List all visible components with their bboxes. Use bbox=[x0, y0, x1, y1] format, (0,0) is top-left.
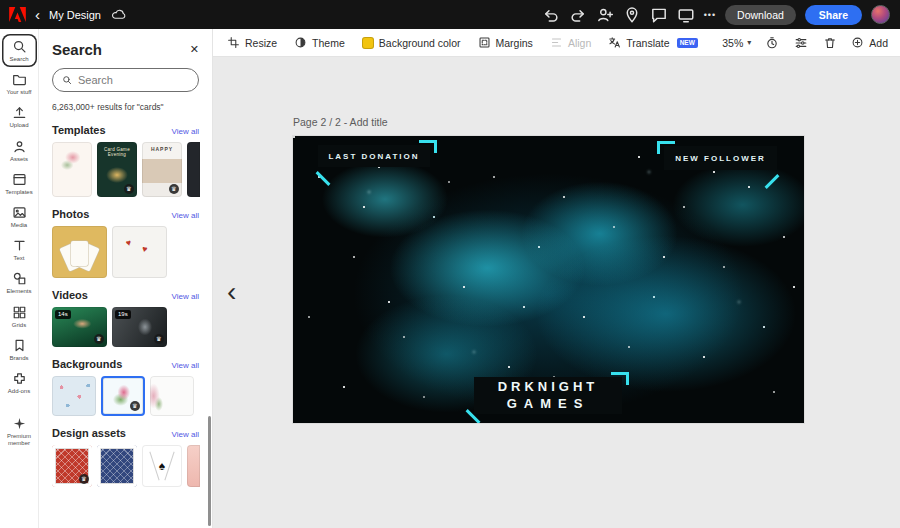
video-thumb[interactable]: 14s ♛ bbox=[52, 307, 107, 347]
premium-crown-icon: ♛ bbox=[124, 184, 134, 194]
add-page-button[interactable]: Add bbox=[851, 36, 888, 49]
align-button[interactable]: Align bbox=[550, 36, 591, 49]
spade-icon: ♠ bbox=[159, 459, 165, 473]
margins-button[interactable]: Margins bbox=[478, 36, 533, 49]
background-color-button[interactable]: Background color bbox=[362, 37, 461, 49]
search-input[interactable] bbox=[78, 74, 189, 86]
rail-label: Media bbox=[11, 222, 27, 229]
section-header-templates: Templates View all bbox=[52, 124, 199, 136]
undo-icon[interactable] bbox=[542, 6, 560, 24]
rail-item-elements[interactable]: Elements bbox=[2, 266, 37, 299]
premium-crown-icon: ♛ bbox=[94, 334, 104, 344]
videos-row: 14s ♛ 19s ♛ bbox=[52, 307, 199, 347]
invite-people-icon[interactable] bbox=[596, 6, 614, 24]
upload-icon bbox=[12, 105, 27, 120]
design-asset-thumb[interactable] bbox=[187, 445, 200, 487]
rail-item-search[interactable]: Search bbox=[2, 34, 37, 67]
translate-button[interactable]: Translate NEW bbox=[608, 36, 698, 49]
rail-item-add-ons[interactable]: Add-ons bbox=[2, 366, 37, 399]
template-thumb[interactable] bbox=[187, 142, 200, 197]
adobe-logo bbox=[9, 7, 26, 22]
video-duration-badge: 14s bbox=[55, 310, 71, 319]
previous-page-chevron-icon[interactable]: ‹ bbox=[227, 278, 236, 306]
section-title: Templates bbox=[52, 124, 106, 136]
view-all-link[interactable]: View all bbox=[172, 430, 199, 439]
rail-label: Elements bbox=[6, 288, 31, 295]
theme-label: Theme bbox=[312, 37, 345, 49]
resize-label: Resize bbox=[245, 37, 277, 49]
design-asset-thumb[interactable]: ♠ bbox=[142, 445, 182, 487]
translate-label: Translate bbox=[626, 37, 669, 49]
accent-slash-shape bbox=[765, 174, 780, 189]
rail-item-premium[interactable]: Premium member bbox=[2, 411, 37, 451]
rail-item-upload[interactable]: Upload bbox=[2, 100, 37, 133]
thumb-caption: HAPPY bbox=[142, 146, 182, 152]
topbar: ‹ My Design ••• Download Share bbox=[0, 0, 900, 29]
present-screen-icon[interactable] bbox=[677, 6, 695, 24]
rail-item-your-stuff[interactable]: Your stuff bbox=[2, 67, 37, 100]
theme-button[interactable]: Theme bbox=[294, 36, 345, 49]
heart-icon: ♥ bbox=[141, 244, 148, 255]
template-thumb[interactable]: HAPPY ♛ bbox=[142, 142, 182, 197]
timer-icon[interactable] bbox=[764, 35, 780, 51]
view-all-link[interactable]: View all bbox=[172, 361, 199, 370]
location-pin-icon[interactable] bbox=[623, 6, 641, 24]
corner-bracket-shape bbox=[657, 141, 675, 154]
close-icon[interactable]: ✕ bbox=[190, 43, 199, 56]
premium-crown-icon: ♛ bbox=[79, 474, 89, 484]
folder-icon bbox=[12, 72, 27, 87]
rail-item-grids[interactable]: Grids bbox=[2, 300, 37, 333]
rail-item-assets[interactable]: Assets bbox=[2, 134, 37, 167]
background-thumb[interactable] bbox=[52, 376, 96, 416]
panel-scrollbar[interactable] bbox=[208, 416, 211, 526]
video-thumb[interactable]: 19s ♛ bbox=[112, 307, 167, 347]
redo-icon[interactable] bbox=[569, 6, 587, 24]
comment-icon[interactable] bbox=[650, 6, 668, 24]
last-donation-overlay[interactable]: LAST DONATION bbox=[318, 145, 430, 167]
translate-icon bbox=[608, 36, 621, 49]
stream-title-overlay[interactable]: DRKNIGHT GAMES bbox=[474, 377, 622, 414]
zoom-dropdown[interactable]: 35% ▾ bbox=[722, 37, 751, 49]
add-icon bbox=[851, 36, 864, 49]
trash-icon[interactable] bbox=[822, 35, 838, 51]
more-options-icon[interactable]: ••• bbox=[704, 10, 716, 20]
new-follower-overlay[interactable]: NEW FOLLOWER bbox=[664, 146, 777, 170]
photo-thumb[interactable]: ♥ ♥ bbox=[112, 226, 167, 278]
share-button[interactable]: Share bbox=[805, 5, 862, 25]
resize-button[interactable]: Resize bbox=[227, 36, 277, 49]
settings-sliders-icon[interactable] bbox=[793, 35, 809, 51]
rail-label: Premium member bbox=[2, 433, 37, 447]
grid-icon bbox=[12, 305, 27, 320]
view-all-link[interactable]: View all bbox=[172, 292, 199, 301]
rail-item-brands[interactable]: Brands bbox=[2, 333, 37, 366]
premium-crown-icon: ♛ bbox=[130, 401, 140, 411]
design-asset-thumb[interactable] bbox=[97, 445, 137, 487]
panel-title: Search bbox=[52, 41, 102, 58]
title-line1: DRKNIGHT bbox=[498, 379, 599, 395]
back-chevron-icon[interactable]: ‹ bbox=[35, 7, 40, 22]
design-artboard[interactable]: LAST DONATION NEW FOLLOWER DRKNIGHT GAME… bbox=[293, 136, 804, 423]
user-avatar[interactable] bbox=[871, 5, 890, 24]
chevron-down-icon: ▾ bbox=[747, 38, 751, 47]
title-line2: GAMES bbox=[507, 396, 590, 412]
rail-label: Brands bbox=[9, 355, 28, 362]
premium-crown-icon: ♛ bbox=[169, 184, 179, 194]
section-title: Design assets bbox=[52, 427, 126, 439]
download-button[interactable]: Download bbox=[725, 5, 796, 25]
new-follower-text: NEW FOLLOWER bbox=[675, 154, 766, 163]
rail-item-media[interactable]: Media bbox=[2, 200, 37, 233]
card-edge-shape bbox=[164, 452, 174, 481]
design-asset-thumb[interactable]: ♛ bbox=[52, 445, 92, 487]
background-thumb-selected[interactable]: ♛ bbox=[101, 376, 145, 416]
photo-thumb[interactable] bbox=[52, 226, 107, 278]
color-swatch bbox=[362, 37, 374, 49]
template-thumb[interactable] bbox=[52, 142, 92, 197]
rail-item-text[interactable]: Text bbox=[2, 233, 37, 266]
rail-item-templates[interactable]: Templates bbox=[2, 167, 37, 200]
page-title-label[interactable]: Page 2 / 2 - Add title bbox=[293, 116, 388, 128]
background-thumb[interactable] bbox=[150, 376, 194, 416]
template-thumb[interactable]: Card Game Evening ♛ bbox=[97, 142, 137, 197]
document-title[interactable]: My Design bbox=[49, 9, 101, 21]
view-all-link[interactable]: View all bbox=[172, 127, 199, 136]
view-all-link[interactable]: View all bbox=[172, 211, 199, 220]
